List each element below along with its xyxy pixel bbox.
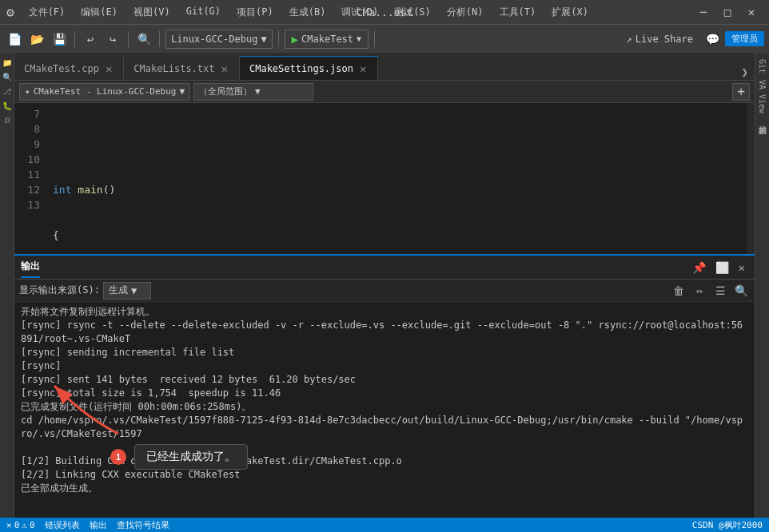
project-dropdown-text: CMakeTest - Linux-GCC-Debug [34, 86, 177, 97]
run-dropdown-icon: ▼ [357, 34, 361, 43]
menu-bar: 文件(F) 编辑(E) 视图(V) Git(G) 项目(P) 生成(B) 调试(… [22, 4, 595, 21]
tab-cmake-settings[interactable]: CMakeSettings.json ✕ [240, 56, 378, 80]
output-line-3: [rsync] [21, 359, 748, 373]
scope-dropdown[interactable]: （全局范围） ▼ [193, 83, 313, 101]
code-line-9: { [53, 228, 747, 243]
project-dropdown-arrow: ▼ [179, 86, 185, 97]
output-close-icon[interactable]: ✕ [735, 260, 748, 276]
output-source-dropdown[interactable]: 生成 ▼ [103, 282, 151, 300]
output-line-0: 开始将文件复制到远程计算机。 [21, 305, 748, 319]
feedback-button[interactable]: 💬 [703, 30, 722, 49]
right-tab-git[interactable]: Git [756, 56, 768, 77]
output-search-button[interactable]: 🔍 [732, 282, 750, 300]
menu-view[interactable]: 视图(V) [127, 4, 177, 21]
tab-cmakelists-close[interactable]: ✕ [220, 62, 229, 75]
new-file-button[interactable]: 📄 [5, 30, 24, 49]
minimize-button[interactable]: ─ [692, 4, 715, 20]
sidebar-search-icon[interactable]: 🔍 [1, 70, 14, 83]
separator-4 [278, 31, 279, 47]
tab-cmakelists-label: CMakeLists.txt [133, 63, 214, 74]
tab-cmake-settings-close[interactable]: ✕ [358, 62, 368, 75]
line-num-13: 13 [14, 197, 40, 212]
menu-file[interactable]: 文件(F) [22, 4, 72, 21]
output-content[interactable]: 开始将文件复制到远程计算机。 [rsync] rsync -t --delete… [14, 302, 755, 518]
output-line-6: 已完成复制文件(运行时间 00h:00m:06s:258ms)。 [21, 400, 748, 414]
scope-add-button[interactable]: + [732, 83, 750, 101]
live-share-label: Live Share [636, 34, 693, 45]
menu-tools[interactable]: 工具(T) [493, 4, 543, 21]
main-layout: 📁 🔍 ⎇ 🐛 ⧉ CMakeTest.cpp ✕ CMakeLists.txt… [0, 53, 769, 518]
config-dropdown[interactable]: Linux-GCC-Debug ▼ [165, 30, 273, 49]
status-errors[interactable]: ✕ 0 ⚠ 0 [6, 520, 35, 530]
run-button[interactable]: ▶ CMakeTest ▼ [285, 30, 369, 49]
output-filter-button[interactable]: ☰ [711, 282, 729, 300]
warning-count: 0 [30, 520, 35, 530]
redo-button[interactable]: ↪ [103, 30, 122, 49]
scope-dropdown-arrow: ▼ [255, 86, 261, 97]
live-share-icon: ↗ [627, 34, 632, 45]
output-line-7: cd /home/vspro/.vs/CMakeTest/1597f888-71… [21, 414, 748, 441]
output-float-icon[interactable]: ⬜ [712, 260, 732, 276]
code-line-7 [53, 137, 747, 152]
restore-button[interactable]: □ [716, 4, 739, 20]
annotation-text: 已经生成成功了。 [134, 444, 248, 470]
output-line-4: [rsync] sent 141 bytes received 12 bytes… [21, 373, 748, 387]
sidebar-ext-icon[interactable]: ⧉ [1, 113, 14, 126]
output-clear-button[interactable]: 🗑 [670, 282, 687, 300]
project-dropdown[interactable]: ✦ CMakeTest - Linux-GCC-Debug ▼ [19, 83, 190, 101]
tabs-chevron-icon[interactable]: ❯ [739, 64, 751, 80]
menu-project[interactable]: 项目(P) [230, 4, 280, 21]
undo-button[interactable]: ↩ [81, 30, 100, 49]
output-wrap-button[interactable]: ⇔ [691, 282, 708, 300]
scope-dropdown-text: （全局范围） [199, 85, 252, 97]
live-share-button[interactable]: ↗ Live Share [620, 32, 699, 46]
tab-cmake-cpp[interactable]: CMakeTest.cpp ✕ [14, 56, 124, 80]
sidebar-debug-icon[interactable]: 🐛 [1, 99, 14, 112]
menu-build[interactable]: 生成(B) [283, 4, 333, 21]
separator-1 [74, 31, 75, 47]
menu-analyze[interactable]: 分析(N) [440, 4, 490, 21]
open-button[interactable]: 📂 [27, 30, 46, 49]
status-find-tab[interactable]: 查找符号结果 [117, 519, 169, 531]
menu-git[interactable]: Git(G) [180, 4, 227, 21]
toolbar-right: ↗ Live Share 💬 管理员 [620, 30, 764, 49]
status-right: CSDN @枫叶2000 [692, 519, 763, 531]
tab-cmakelists[interactable]: CMakeLists.txt ✕ [124, 56, 240, 80]
sidebar-git-icon[interactable]: ⎇ [1, 85, 14, 97]
tabs-extra: ❯ [739, 64, 755, 80]
output-toolbar-right: 🗑 ⇔ ☰ 🔍 [670, 282, 750, 300]
sidebar-explorer-icon[interactable]: 📁 [1, 56, 14, 69]
output-pin-icon[interactable]: 📌 [689, 260, 709, 276]
output-source-arrow: ▼ [131, 285, 137, 296]
search-button[interactable]: 🔍 [134, 30, 153, 49]
output-panel-header: 输出 📌 ⬜ ✕ [14, 256, 755, 280]
close-button[interactable]: ✕ [740, 4, 763, 20]
save-button[interactable]: 💾 [50, 30, 69, 49]
output-tab[interactable]: 输出 [21, 256, 40, 278]
sidebar-right: Git VA View 扩展功能 [755, 53, 769, 518]
right-tab-extra[interactable]: 扩展功能 [755, 117, 770, 123]
tab-cmake-settings-label: CMakeSettings.json [249, 63, 353, 74]
output-line-1: [rsync] rsync -t --delete --delete-exclu… [21, 319, 748, 346]
admin-badge[interactable]: 管理员 [725, 31, 764, 46]
output-line-11: 已全部成功生成。 [21, 482, 748, 495]
separator-5 [374, 31, 375, 47]
output-line-5: [rsync] total size is 1,754 speedup is 1… [21, 387, 748, 400]
separator-3 [159, 31, 160, 47]
right-tab-va[interactable]: VA View [756, 77, 768, 117]
status-bar: ✕ 0 ⚠ 0 错误列表 输出 查找符号结果 CSDN @枫叶2000 [0, 518, 769, 532]
line-num-7: 7 [14, 106, 40, 121]
tab-cmake-cpp-close[interactable]: ✕ [104, 62, 114, 75]
config-dropdown-arrow: ▼ [261, 34, 266, 45]
title-bar: ⚙ 文件(F) 编辑(E) 视图(V) Git(G) 项目(P) 生成(B) 调… [0, 0, 769, 24]
play-icon: ▶ [292, 33, 298, 46]
window-controls: ─ □ ✕ [692, 4, 763, 20]
status-errors-tab[interactable]: 输出 [90, 519, 107, 531]
status-output-tab[interactable]: 错误列表 [45, 519, 80, 531]
project-dropdown-label: ✦ [25, 86, 30, 97]
annotation-badge: 1 [110, 449, 126, 465]
menu-edit[interactable]: 编辑(E) [74, 4, 124, 21]
menu-ext[interactable]: 扩展(X) [545, 4, 595, 21]
line-num-9: 9 [14, 137, 40, 152]
output-source-value: 生成 [109, 284, 128, 297]
